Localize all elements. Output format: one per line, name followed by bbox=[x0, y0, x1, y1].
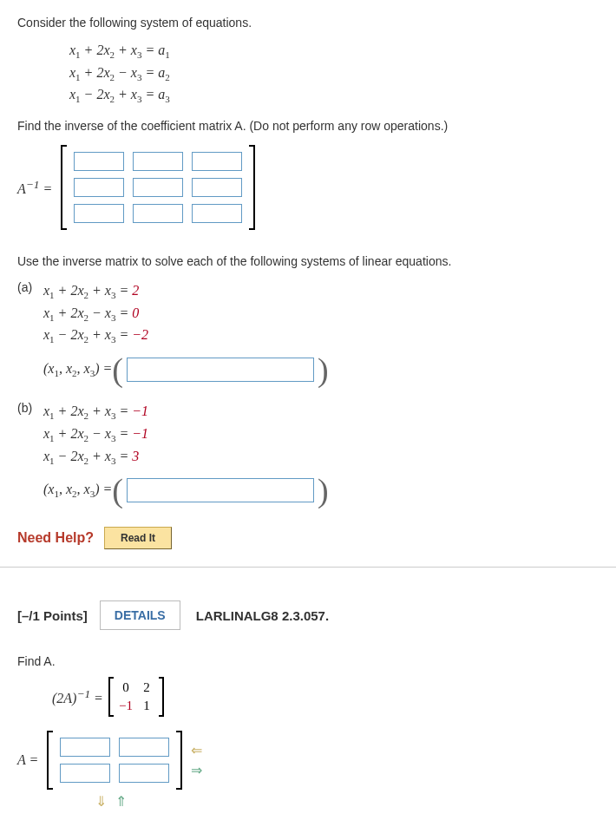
rhs-value: −2 bbox=[132, 327, 148, 342]
matrix-cell-input[interactable] bbox=[119, 764, 169, 783]
matrix-cell-input[interactable] bbox=[192, 178, 242, 197]
bracket-left-icon bbox=[47, 731, 53, 790]
part-b-letter: (b) bbox=[17, 401, 43, 415]
matrix-cell-input[interactable] bbox=[60, 764, 110, 783]
answer-label: (x1, x2, x3) = bbox=[43, 358, 112, 381]
matrix-value: 1 bbox=[140, 699, 154, 713]
part-b-answer: (x1, x2, x3) = ( ) bbox=[43, 478, 599, 502]
paren-left-icon: ( bbox=[112, 360, 123, 380]
part-a-answer: (x1, x2, x3) = ( ) bbox=[43, 358, 599, 382]
q1-intro: Consider the following system of equatio… bbox=[17, 16, 599, 30]
paren-right-icon: ) bbox=[318, 481, 329, 501]
eq-line: x1 + 2x2 − x3 = a2 bbox=[69, 62, 599, 85]
q1-system-generic: x1 + 2x2 + x3 = a1 x1 + 2x2 − x3 = a2 x1… bbox=[69, 40, 599, 107]
solution-input[interactable] bbox=[127, 358, 314, 382]
rhs-value: 2 bbox=[132, 283, 139, 298]
read-it-button[interactable]: Read It bbox=[104, 527, 172, 549]
bracket-right-icon bbox=[249, 145, 255, 230]
row-controls: ⇓ ⇑ bbox=[95, 793, 599, 810]
a-inverse-label: A−1 = bbox=[17, 178, 52, 197]
points-label: [–/1 Points] bbox=[17, 608, 88, 623]
bracket-left-icon bbox=[61, 145, 67, 230]
need-help-label: Need Help? bbox=[17, 530, 94, 546]
answer-label: (x1, x2, x3) = bbox=[43, 479, 112, 502]
matrix-cell-input[interactable] bbox=[133, 204, 183, 223]
matrix-value: 0 bbox=[119, 680, 133, 695]
rhs-value: −1 bbox=[132, 404, 148, 418]
rhs-value: 3 bbox=[132, 449, 139, 463]
eq-line: x1 + 2x2 − x3 = −1 bbox=[43, 423, 148, 446]
matrix-3x3-input bbox=[61, 145, 255, 230]
rhs-value: 0 bbox=[132, 305, 139, 320]
eq-line: x1 + 2x2 + x3 = −1 bbox=[43, 401, 148, 423]
matrix-cell-input[interactable] bbox=[60, 738, 110, 757]
matrix-cell-input[interactable] bbox=[192, 152, 242, 171]
q1-task1: Find the inverse of the coefficient matr… bbox=[17, 119, 599, 133]
matrix-cell-input[interactable] bbox=[74, 178, 124, 197]
matrix-cell-input[interactable] bbox=[192, 204, 242, 223]
add-row-icon[interactable]: ⇓ bbox=[95, 794, 107, 809]
remove-column-icon[interactable]: ⇐ bbox=[191, 742, 202, 758]
matrix-cell-input[interactable] bbox=[74, 204, 124, 223]
matrix-value: 2 bbox=[140, 680, 154, 695]
matrix-value: −1 bbox=[119, 699, 133, 713]
eq-line: x1 + 2x2 + x3 = a1 bbox=[69, 40, 599, 62]
matrix-2x2-input bbox=[47, 731, 182, 790]
eq-line: x1 + 2x2 + x3 = 2 bbox=[43, 280, 148, 303]
reference-code: LARLINALG8 2.3.057. bbox=[196, 608, 329, 623]
two-a-inverse-row: (2A)−1 = 0 2 −1 1 bbox=[52, 677, 599, 717]
q2-find-a: Find A. bbox=[17, 654, 599, 668]
a-label: A = bbox=[17, 752, 38, 768]
add-column-icon[interactable]: ⇒ bbox=[191, 762, 202, 778]
given-matrix: 0 2 −1 1 bbox=[108, 677, 164, 717]
part-a: (a) x1 + 2x2 + x3 = 2 x1 + 2x2 − x3 = 0 … bbox=[17, 280, 599, 347]
eq-line: x1 − 2x2 + x3 = −2 bbox=[43, 325, 148, 347]
q1-task2: Use the inverse matrix to solve each of … bbox=[17, 254, 599, 268]
divider bbox=[0, 567, 616, 568]
matrix-cell-input[interactable] bbox=[119, 738, 169, 757]
need-help-row: Need Help? Read It bbox=[17, 527, 599, 549]
part-a-letter: (a) bbox=[17, 280, 43, 294]
column-controls: ⇐ ⇒ bbox=[191, 742, 202, 778]
two-a-inverse-label: (2A)−1 = bbox=[52, 686, 103, 709]
solution-input[interactable] bbox=[127, 478, 314, 502]
details-button[interactable]: DETAILS bbox=[100, 600, 180, 630]
remove-row-icon[interactable]: ⇑ bbox=[115, 794, 127, 809]
eq-line: x1 + 2x2 − x3 = 0 bbox=[43, 303, 148, 325]
bracket-left-icon bbox=[108, 677, 114, 717]
part-b: (b) x1 + 2x2 + x3 = −1 x1 + 2x2 − x3 = −… bbox=[17, 401, 599, 468]
paren-left-icon: ( bbox=[112, 481, 123, 501]
rhs-value: −1 bbox=[132, 426, 148, 441]
question-header: [–/1 Points] DETAILS LARLINALG8 2.3.057. bbox=[17, 600, 599, 630]
matrix-cell-input[interactable] bbox=[74, 152, 124, 171]
a-inverse-row: A−1 = bbox=[17, 145, 599, 230]
matrix-cell-input[interactable] bbox=[133, 178, 183, 197]
eq-line: x1 − 2x2 + x3 = 3 bbox=[43, 446, 148, 469]
paren-right-icon: ) bbox=[318, 360, 329, 380]
bracket-right-icon bbox=[159, 677, 164, 717]
a-equals-row: A = ⇐ ⇒ bbox=[17, 731, 599, 790]
bracket-right-icon bbox=[176, 731, 182, 790]
matrix-cell-input[interactable] bbox=[133, 152, 183, 171]
eq-line: x1 − 2x2 + x3 = a3 bbox=[69, 84, 599, 107]
